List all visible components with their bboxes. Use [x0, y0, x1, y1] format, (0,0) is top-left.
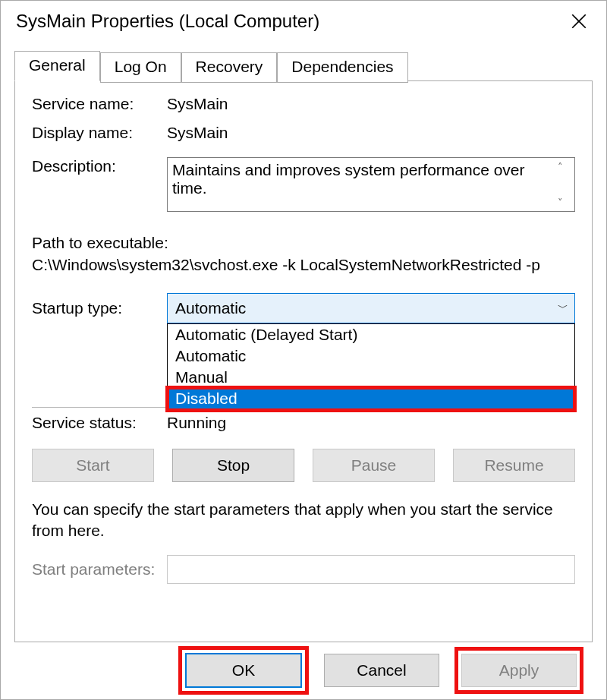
- tabstrip: General Log On Recovery Dependencies: [14, 50, 593, 80]
- apply-highlight: Apply: [454, 647, 583, 694]
- chevron-down-icon: ˅: [558, 197, 573, 208]
- close-icon: [571, 14, 587, 29]
- start-params-hint: You can specify the start parameters tha…: [32, 499, 575, 542]
- dialog-button-bar: OK Cancel Apply: [1, 642, 606, 699]
- stop-button[interactable]: Stop: [172, 449, 294, 482]
- startup-type-selected: Automatic: [175, 299, 246, 317]
- service-name-value: SysMain: [167, 95, 228, 113]
- chevron-down-icon: ﹀: [558, 301, 568, 315]
- tab-recovery[interactable]: Recovery: [181, 52, 278, 83]
- startup-option-delayed[interactable]: Automatic (Delayed Start): [168, 324, 574, 345]
- cancel-button[interactable]: Cancel: [324, 654, 439, 687]
- display-name-value: SysMain: [167, 124, 228, 142]
- display-name-label: Display name:: [32, 124, 167, 142]
- startup-type-label: Startup type:: [32, 299, 167, 317]
- startup-option-manual[interactable]: Manual: [168, 367, 574, 388]
- start-params-label: Start parameters:: [32, 560, 167, 579]
- startup-type-select[interactable]: Automatic ﹀: [167, 293, 575, 323]
- ok-button[interactable]: OK: [185, 653, 302, 688]
- ok-highlight: OK: [178, 646, 309, 695]
- service-status-value: Running: [167, 414, 226, 432]
- service-name-label: Service name:: [32, 95, 167, 113]
- description-text: Maintains and improves system performanc…: [172, 161, 525, 197]
- tab-panel-general: Service name: SysMain Display name: SysM…: [14, 80, 593, 642]
- window-title: SysMain Properties (Local Computer): [16, 11, 562, 32]
- description-label: Description:: [32, 157, 167, 175]
- start-button: Start: [32, 449, 154, 482]
- description-scroll[interactable]: ˄ ˅: [558, 158, 573, 211]
- tab-general[interactable]: General: [14, 51, 100, 81]
- service-status-label: Service status:: [32, 414, 167, 432]
- start-params-input: [167, 555, 575, 584]
- startup-type-dropdown[interactable]: Automatic (Delayed Start) Automatic Manu…: [167, 323, 575, 411]
- startup-option-disabled[interactable]: Disabled: [168, 388, 574, 409]
- startup-option-automatic[interactable]: Automatic: [168, 345, 574, 367]
- path-label: Path to executable:: [32, 232, 575, 254]
- tab-dependencies[interactable]: Dependencies: [277, 52, 407, 83]
- properties-dialog: SysMain Properties (Local Computer) Gene…: [0, 0, 607, 700]
- titlebar: SysMain Properties (Local Computer): [1, 1, 606, 43]
- pause-button: Pause: [313, 449, 435, 482]
- apply-button: Apply: [461, 654, 577, 687]
- resume-button: Resume: [453, 449, 575, 482]
- chevron-up-icon: ˄: [558, 161, 573, 172]
- description-box[interactable]: Maintains and improves system performanc…: [167, 157, 575, 212]
- tab-log-on[interactable]: Log On: [100, 52, 181, 83]
- client-area: General Log On Recovery Dependencies Ser…: [1, 43, 606, 642]
- close-button[interactable]: [562, 5, 596, 38]
- path-value: C:\Windows\system32\svchost.exe -k Local…: [32, 254, 575, 276]
